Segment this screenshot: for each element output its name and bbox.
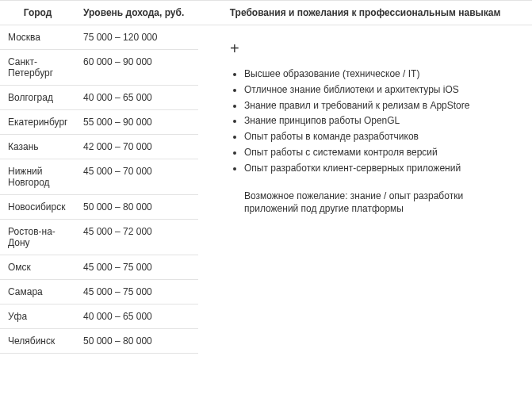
plus-icon: + [230,40,516,58]
salary-cell: 60 000 – 90 000 [75,50,198,86]
requirements-list: Высшее образование (техническое / IT)Отл… [222,67,516,175]
city-cell: Санкт-Петербург [0,50,75,86]
table-row: Москва75 000 – 120 000+Высшее образовани… [0,25,532,50]
city-cell: Казань [0,135,75,159]
city-cell: Новосибирск [0,195,75,220]
requirements-cell: +Высшее образование (техническое / IT)От… [198,25,532,354]
salary-cell: 45 000 – 70 000 [75,159,198,195]
salary-cell: 45 000 – 72 000 [75,220,198,255]
header-city: Город [0,1,75,25]
city-cell: Волгоград [0,86,75,110]
list-item: Знание правил и требований к релизам в A… [244,99,516,113]
list-item: Опыт разработки клиент-серверных приложе… [244,162,516,175]
table-body: Москва75 000 – 120 000+Высшее образовани… [0,25,532,354]
salary-cell: 55 000 – 90 000 [75,110,198,135]
list-item: Отличное знание библиотеки и архитектуры… [244,83,516,97]
city-cell: Ростов-на-Дону [0,220,75,255]
city-cell: Екатеринбург [0,110,75,135]
salary-cell: 45 000 – 75 000 [75,280,198,304]
salary-cell: 40 000 – 65 000 [75,304,198,329]
header-requirements: Требования и пожелания к профессиональны… [198,1,532,25]
city-cell: Челябинск [0,329,75,354]
city-cell: Нижний Новгород [0,159,75,195]
salary-cell: 50 000 – 80 000 [75,195,198,220]
salary-cell: 42 000 – 70 000 [75,135,198,159]
table-header-row: Город Уровень дохода, руб. Требования и … [0,1,532,25]
list-item: Знание принципов работы OpenGL [244,114,516,128]
salary-cell: 45 000 – 75 000 [75,255,198,280]
city-cell: Уфа [0,304,75,329]
salary-cell: 40 000 – 65 000 [75,86,198,110]
optional-note: Возможное пожелание: знание / опыт разра… [244,190,516,216]
list-item: Опыт работы с системами контроля версий [244,146,516,159]
header-salary: Уровень дохода, руб. [75,1,198,25]
city-cell: Самара [0,280,75,304]
list-item: Опыт работы в команде разработчиков [244,130,516,144]
salary-table: Город Уровень дохода, руб. Требования и … [0,0,532,354]
salary-cell: 75 000 – 120 000 [75,25,198,50]
salary-cell: 50 000 – 80 000 [75,329,198,354]
list-item: Высшее образование (техническое / IT) [244,67,516,81]
city-cell: Омск [0,255,75,280]
city-cell: Москва [0,25,75,50]
